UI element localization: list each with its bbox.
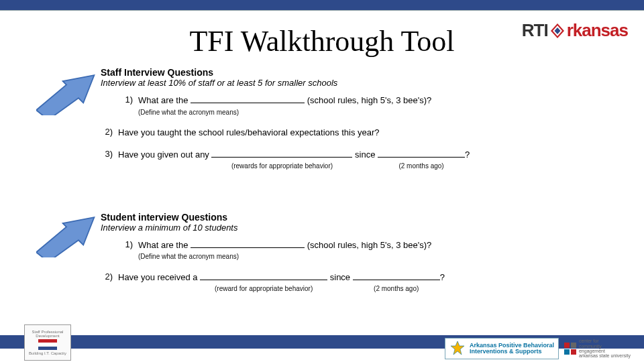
footer-right-logos: Arkansas Positive Behavioral Interventio… [445, 338, 631, 359]
q-text: Have you given out any [118, 149, 211, 160]
footer-left-caption: Staff Professional Development [25, 330, 70, 338]
cce-line: center for [579, 339, 631, 343]
arrow-icon [36, 72, 97, 115]
student-heading: Student interview Questions [101, 212, 617, 223]
staff-q3: 3) Have you given out any (rewards for a… [101, 149, 617, 171]
staff-subheading: Interview at least 10% of staff or at le… [101, 78, 617, 88]
q-number: 3) [101, 149, 118, 159]
student-q1: 1) What are the (school rules, high 5's,… [121, 239, 617, 262]
q-sublabel: (reward for appropriate behavior) [200, 284, 327, 294]
top-gap [0, 11, 644, 15]
q-text: Have you taught the school rules/behavio… [118, 127, 617, 139]
blank-line [211, 149, 352, 158]
spacer [101, 181, 617, 212]
svg-marker-5 [451, 341, 464, 355]
blank-line [191, 239, 305, 247]
arrow-icon [36, 215, 97, 257]
svg-marker-3 [36, 75, 94, 115]
pbis-text: Arkansas Positive Behavioral Interventio… [470, 343, 554, 355]
q-text: since [327, 272, 353, 282]
staff-q1: 1) What are the (school rules, high 5's,… [121, 95, 617, 117]
q-text: (school rules, high 5's, 3 bee's)? [305, 240, 431, 250]
svg-marker-4 [36, 217, 94, 257]
slide: RTI rkansas TFI Walkthrough Tool Staff I… [0, 0, 644, 362]
cce-line: engagement [579, 349, 631, 353]
q-sublabel: (rewards for appropriate behavior) [211, 162, 352, 172]
q-number: 1) [121, 95, 138, 105]
cce-line: community [579, 344, 631, 349]
staff-heading: Staff Interview Questions [101, 67, 617, 78]
q-number: 2) [101, 127, 118, 137]
q-text: What are the [138, 240, 191, 250]
cce-line: arkansas state university [579, 353, 631, 358]
q-sublabel: (2 months ago) [353, 284, 440, 294]
student-subheading: Interview a minimum of 10 students [101, 223, 617, 233]
pbis-mark-icon [449, 341, 466, 357]
blank-line [353, 272, 440, 280]
q-text: (school rules, high 5's, 3 bee's)? [305, 95, 431, 105]
small-flag-icon [38, 339, 57, 350]
q-text: ? [440, 272, 445, 282]
q-number: 2) [101, 272, 118, 282]
q-body: Have you given out any (rewards for appr… [118, 149, 617, 171]
q-body: What are the (school rules, high 5's, 3 … [138, 239, 617, 262]
q-body: Have you received a (reward for appropri… [118, 272, 617, 294]
cce-grid-icon [564, 343, 576, 355]
q-sublabel: (Define what the acronym means) [138, 108, 617, 118]
student-q2: 2) Have you received a (reward for appro… [101, 272, 617, 294]
q-text: Have you received a [118, 272, 200, 282]
footer-left-caption: Building I.T. Capacity [29, 351, 66, 355]
content-area: Staff Interview Questions Interview at l… [101, 67, 617, 303]
blank-line [191, 95, 305, 103]
q-number: 1) [121, 239, 138, 249]
q-body: What are the (school rules, high 5's, 3 … [138, 95, 617, 117]
q-text: What are the [138, 95, 191, 105]
blank-line [200, 272, 327, 280]
q-text: ? [465, 149, 470, 160]
staff-q2: 2) Have you taught the school rules/beha… [101, 127, 617, 139]
top-bar [0, 0, 644, 11]
q-text: since [352, 149, 378, 160]
pbis-line: Interventions & Supports [470, 349, 554, 355]
blank-line [378, 149, 465, 158]
footer-left-logo: Staff Professional Development Building … [24, 324, 71, 361]
pbis-logo: Arkansas Positive Behavioral Interventio… [445, 338, 559, 359]
cce-text: center for community engagement arkansas… [579, 339, 631, 358]
page-title: TFI Walkthrough Tool [0, 24, 644, 58]
q-sublabel: (Define what the acronym means) [138, 252, 617, 262]
cce-logo: center for community engagement arkansas… [564, 339, 631, 358]
q-sublabel: (2 months ago) [378, 162, 465, 172]
